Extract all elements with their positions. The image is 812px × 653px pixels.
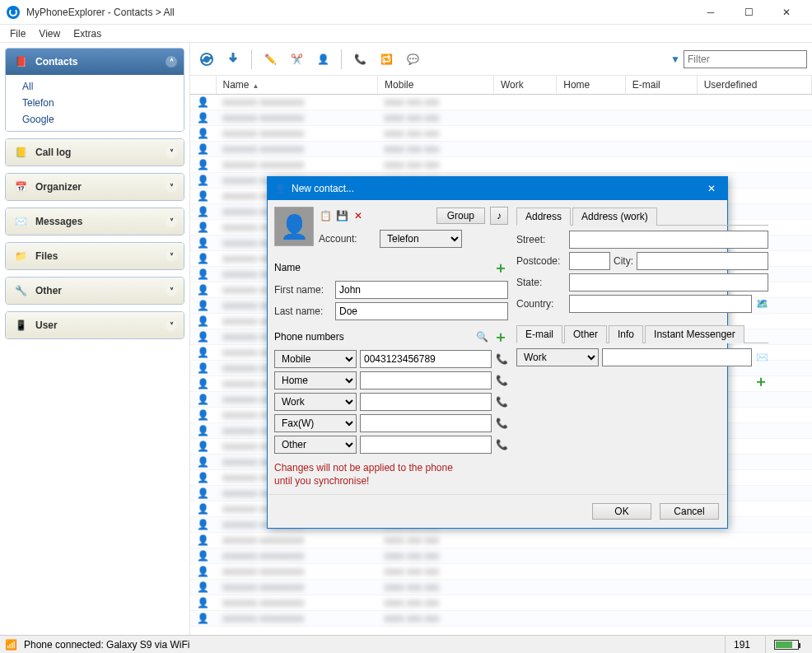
phone-number-input[interactable]: [360, 393, 492, 411]
filter-input[interactable]: [684, 50, 807, 68]
tab-address[interactable]: Address: [516, 208, 571, 226]
maximize-button[interactable]: ☐: [730, 0, 768, 25]
phone-type-select[interactable]: Home: [274, 371, 357, 389]
cancel-button[interactable]: Cancel: [660, 503, 719, 520]
col-home[interactable]: Home: [557, 76, 626, 95]
postcode-input[interactable]: [569, 252, 610, 270]
phone-type-select[interactable]: Fax(W): [274, 414, 357, 432]
dial-icon[interactable]: 📞: [495, 374, 508, 387]
country-input[interactable]: [569, 295, 752, 313]
filter-icon[interactable]: ▼: [670, 54, 680, 65]
save-photo-icon[interactable]: 💾: [335, 209, 348, 222]
table-row[interactable]: 👤xxxxxxx xxxxxxxxxxxxx xxx xxx: [190, 564, 812, 580]
map-icon[interactable]: 🗺️: [755, 297, 768, 310]
sidebar-section-messages[interactable]: ✉️Messages˅: [6, 208, 184, 235]
phone-number-input[interactable]: [360, 350, 492, 368]
dial-icon[interactable]: 📞: [495, 395, 508, 408]
table-row[interactable]: 👤xxxxxxx xxxxxxxxxxxxx xxx xxx: [190, 548, 812, 564]
phone-type-select[interactable]: Other: [274, 436, 357, 454]
phone-number-input[interactable]: [360, 414, 492, 432]
col-work[interactable]: Work: [493, 76, 556, 95]
col-name[interactable]: Name▲: [216, 76, 378, 95]
group-button[interactable]: Group: [436, 208, 485, 224]
tab-info[interactable]: Info: [609, 325, 643, 343]
phone-number-input[interactable]: [360, 436, 492, 454]
contact-row-icon: 👤: [190, 267, 216, 282]
close-button[interactable]: ✕: [768, 0, 805, 25]
contact-row-icon: 👤: [190, 439, 216, 455]
account-select[interactable]: Telefon: [380, 230, 462, 248]
phone-type-select[interactable]: Mobile: [274, 350, 357, 368]
last-name-input[interactable]: [335, 302, 508, 320]
table-row[interactable]: 👤xxxxxxx xxxxxxxxxxxxx xxx xxx: [190, 611, 812, 627]
tab-other[interactable]: Other: [564, 325, 607, 343]
sms-button[interactable]: 🔁: [375, 48, 398, 71]
table-row[interactable]: 👤xxxxxxx xxxxxxxxxxxxx xxx xxx: [190, 580, 812, 595]
phone-type-select[interactable]: Work: [274, 393, 357, 411]
table-row[interactable]: 👤xxxxxxx xxxxxxxxxxxxx xxx xxx: [190, 533, 812, 548]
tab-address-work[interactable]: Address (work): [572, 208, 657, 226]
ringtone-button[interactable]: ♪: [490, 207, 508, 225]
phone-section-label: Phone numbers: [274, 331, 344, 343]
user-icon: 📱: [12, 317, 29, 333]
call-button[interactable]: 📞: [348, 48, 371, 71]
first-name-input[interactable]: [335, 281, 508, 299]
sidebar-section-user[interactable]: 📱User˅: [6, 312, 184, 338]
table-row[interactable]: 👤xxxxxxx xxxxxxxxxxxxx xxx xxx: [190, 595, 812, 611]
email-input[interactable]: [602, 348, 752, 366]
tab-email[interactable]: E-mail: [516, 325, 562, 343]
ok-button[interactable]: OK: [592, 503, 651, 520]
dialog-person-icon: 👤: [274, 183, 287, 194]
add-contact-button[interactable]: 👤: [311, 48, 334, 71]
sidebar-section-calllog[interactable]: 📒Call log˅: [6, 139, 184, 166]
dialog-titlebar[interactable]: 👤 New contact... ✕: [268, 177, 727, 200]
contact-row-icon: 👤: [190, 423, 216, 439]
download-button[interactable]: [222, 48, 245, 71]
sidebar-section-organizer[interactable]: 📅Organizer˅: [6, 174, 184, 200]
other-icon: 🔧: [12, 282, 29, 299]
street-label: Street:: [516, 234, 566, 245]
delete-photo-icon[interactable]: ✕: [352, 209, 365, 222]
assign-photo-icon[interactable]: 📋: [319, 209, 332, 222]
col-userdef[interactable]: Userdefined: [697, 76, 811, 95]
sidebar-item-telefon[interactable]: Telefon: [6, 95, 184, 111]
search-phone-icon[interactable]: 🔍: [475, 330, 488, 343]
delete-button[interactable]: ✂️: [285, 48, 308, 71]
phone-number-input[interactable]: [360, 371, 492, 389]
chat-button[interactable]: 💬: [401, 48, 424, 71]
sidebar-section-other[interactable]: 🔧Other˅: [6, 278, 184, 304]
table-row[interactable]: 👤xxxxxxx xxxxxxxxxxxxx xxx xxx: [190, 157, 812, 173]
table-row[interactable]: 👤xxxxxxx xxxxxxxxxxxxx xxx xxx: [190, 110, 812, 126]
sidebar-section-contacts[interactable]: 📕 Contacts ˄: [6, 49, 184, 75]
dialog-close-button[interactable]: ✕: [702, 183, 721, 194]
menu-view[interactable]: View: [32, 26, 67, 41]
minimize-button[interactable]: ─: [692, 0, 730, 25]
add-phone-field-button[interactable]: ＋: [493, 327, 508, 347]
add-email-field-button[interactable]: ＋: [754, 373, 768, 389]
street-input[interactable]: [569, 231, 768, 249]
dial-icon[interactable]: 📞: [495, 438, 508, 451]
send-email-icon[interactable]: ✉️: [755, 351, 768, 364]
table-row[interactable]: 👤xxxxxxx xxxxxxxxxxxxx xxx xxx: [190, 126, 812, 142]
city-input[interactable]: [637, 252, 768, 270]
sync-button[interactable]: [195, 48, 218, 71]
dial-icon[interactable]: 📞: [495, 417, 508, 430]
menu-extras[interactable]: Extras: [67, 26, 108, 41]
sidebar-section-files[interactable]: 📁Files˅: [6, 243, 184, 269]
col-email[interactable]: E-mail: [625, 76, 697, 95]
tab-im[interactable]: Instant Messenger: [645, 325, 744, 343]
contact-photo[interactable]: 👤: [274, 207, 314, 246]
table-row[interactable]: 👤xxxxxxx xxxxxxxxxxxxx xxx xxx: [190, 142, 812, 157]
email-type-select[interactable]: Work: [516, 348, 599, 366]
dial-icon[interactable]: 📞: [495, 352, 508, 366]
add-name-field-button[interactable]: ＋: [493, 258, 508, 278]
sidebar-item-google[interactable]: Google: [6, 111, 184, 128]
table-row[interactable]: 👤xxxxxxx xxxxxxxxxxxxx xxx xxx: [190, 95, 812, 110]
sidebar-item-all[interactable]: All: [6, 78, 184, 95]
state-input[interactable]: [569, 273, 768, 292]
col-mobile[interactable]: Mobile: [378, 76, 494, 95]
edit-button[interactable]: ✏️: [259, 48, 282, 71]
contact-row-icon: 👤: [190, 314, 216, 329]
files-icon: 📁: [12, 248, 29, 264]
menu-file[interactable]: File: [3, 26, 32, 41]
